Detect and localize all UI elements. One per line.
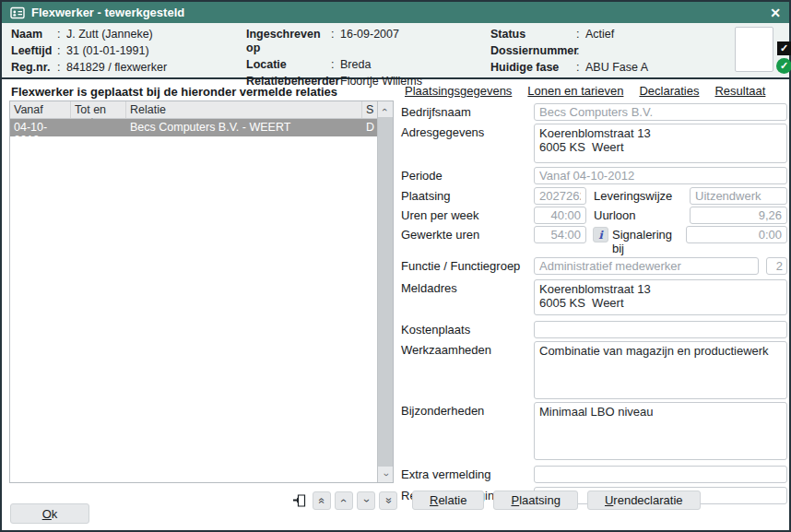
ok-button[interactable]: Ok (10, 503, 89, 524)
column-header-tot-en-met[interactable]: Tot en met (71, 101, 126, 118)
meldadres-field[interactable]: Koerenblomstraat 13 6005 KS Weert (534, 279, 787, 315)
flexwerker-dialog: Flexwerker - tewerkgesteld ✕ Naam:J. Zut… (0, 0, 791, 532)
extra-vermelding-label: Extra vermelding (401, 466, 534, 481)
person-header: Naam:J. Zutt (Janneke) Leeftijd:31 (01-0… (2, 23, 789, 79)
table-body: 04-10-2012 Becs Computers B.V. - WEERT D (10, 119, 377, 482)
bijzonderheden-field[interactable]: Minimaal LBO niveau (534, 402, 787, 460)
placements-caption: Flexwerker is geplaatst bij de hieronder… (11, 85, 337, 99)
close-icon[interactable]: ✕ (770, 6, 781, 19)
info-icon[interactable]: i (593, 227, 608, 242)
plaatsing-field[interactable] (534, 187, 586, 205)
column-header-s[interactable]: S (362, 101, 377, 118)
action-buttons: Relatie Plaatsing Urendeclaratie (412, 491, 701, 510)
header-column-2: Ingeschreven op:16-09-2007 Locatie:Breda… (246, 28, 422, 89)
cell-vanaf: 04-10-2012 (10, 119, 71, 136)
werkzaamheden-label: Werkzaamheden (401, 341, 534, 357)
title-bar: Flexwerker - tewerkgesteld ✕ (2, 2, 789, 23)
cell-status: D (362, 119, 377, 136)
tab-plaatsingsgegevens[interactable]: Plaatsingsgegevens (405, 84, 512, 98)
tab-lonen-en-tarieven[interactable]: Lonen en tarieven (527, 84, 623, 98)
urendeclaratie-button[interactable]: Urendeclaratie (587, 491, 701, 510)
locatie-value: Breda (340, 58, 371, 72)
ingeschreven-value: 16-09-2007 (340, 28, 399, 55)
plaatsing-panel: Plaatsingsgegevens Lonen en tarieven Dec… (401, 81, 787, 507)
uurloon-field[interactable] (690, 207, 787, 224)
field-label: Status (490, 28, 576, 41)
move-top-icon[interactable]: « (313, 491, 331, 510)
insert-record-icon[interactable] (290, 491, 309, 510)
field-label: Dossiernummer (490, 44, 576, 58)
photo-placeholder (735, 27, 773, 72)
uren-per-week-label: Uren per week (401, 207, 534, 222)
header-column-1: Naam:J. Zutt (Janneke) Leeftijd:31 (01-0… (11, 28, 167, 75)
status-value: Actief (585, 28, 614, 41)
field-label: Locatie (246, 58, 331, 72)
scroll-up-icon[interactable]: ‹ (378, 101, 393, 117)
bedrijfsnaam-field[interactable] (534, 103, 787, 121)
uurloon-label: Uurloon (594, 207, 690, 222)
naam-value: J. Zutt (Janneke) (66, 28, 153, 41)
uren-per-week-field[interactable] (534, 207, 586, 224)
signalering-bij-field[interactable] (686, 226, 787, 243)
scroll-down-icon[interactable]: ‹ (378, 467, 393, 482)
relatie-button[interactable]: Relatie (412, 491, 484, 510)
tab-bar: Plaatsingsgegevens Lonen en tarieven Dec… (401, 81, 787, 103)
gewerkte-uren-field[interactable] (534, 226, 586, 243)
leveringswijze-label: Leveringswijze (594, 187, 690, 203)
column-header-vanaf[interactable]: Vanaf (10, 101, 71, 118)
periode-label: Periode (401, 167, 534, 183)
table-header: Vanaf Tot en met Relatie S (10, 101, 377, 119)
werkzaamheden-field[interactable]: Combinatie van magazijn en productiewerk (534, 341, 787, 399)
functie-field[interactable] (534, 257, 759, 275)
cell-tot-en-met (71, 119, 126, 136)
kostenplaats-field[interactable] (534, 321, 787, 338)
periode-field[interactable] (534, 167, 787, 184)
functiegroep-field[interactable] (766, 257, 787, 275)
placements-table: Vanaf Tot en met Relatie S 04-10-2012 Be… (9, 100, 394, 483)
signalering-bij-label: Signalering bij (612, 226, 686, 255)
field-label: Reg.nr. (11, 61, 57, 75)
regnr-value: 841829 / flexwerker (66, 61, 167, 75)
cell-relatie: Becs Computers B.V. - WEERT (126, 119, 362, 136)
plaatsing-button[interactable]: Plaatsing (493, 491, 577, 510)
bedrijfsnaam-label: Bedrijfsnaam (401, 103, 534, 119)
field-label: Naam (11, 28, 57, 41)
plaatsing-label: Plaatsing (401, 187, 534, 203)
kostenplaats-label: Kostenplaats (401, 321, 534, 337)
column-header-relatie[interactable]: Relatie (126, 101, 362, 118)
move-bottom-icon[interactable]: « (379, 491, 397, 510)
meldadres-label: Meldadres (401, 279, 534, 295)
functie-label: Functie / Functiegroep (401, 257, 534, 273)
move-down-icon[interactable]: ‹ (357, 491, 375, 510)
vertical-scrollbar[interactable]: ‹ ‹ (377, 101, 393, 482)
gewerkte-uren-label: Gewerkte uren (401, 226, 534, 242)
leveringswijze-field[interactable] (690, 187, 787, 205)
field-label: Huidige fase (490, 61, 576, 75)
move-up-icon[interactable]: ‹ (335, 491, 353, 510)
huidige-fase-value: ABU Fase A (585, 61, 648, 75)
adresgegevens-field[interactable]: Koerenblomstraat 13 6005 KS Weert (534, 124, 787, 163)
checkbox-checked[interactable]: ✓ (777, 41, 791, 55)
contact-card-icon (10, 6, 25, 19)
status-ok-icon: ✓ (776, 58, 791, 74)
footer-toolbar: « ‹ ‹ « Relatie Plaatsing Urendeclaratie (290, 491, 701, 510)
leeftijd-value: 31 (01-01-1991) (66, 44, 149, 58)
header-column-3: Status:Actief Dossiernummer: Huidige fas… (490, 28, 648, 75)
extra-vermelding-field[interactable] (534, 466, 787, 483)
tab-resultaat[interactable]: Resultaat (714, 84, 765, 98)
field-label: Ingeschreven op (246, 28, 331, 55)
adresgegevens-label: Adresgegevens (401, 124, 534, 139)
table-row[interactable]: 04-10-2012 Becs Computers B.V. - WEERT D (10, 119, 377, 136)
bijzonderheden-label: Bijzonderheden (401, 402, 534, 418)
window-title: Flexwerker - tewerkgesteld (31, 6, 184, 19)
field-label: Leeftijd (11, 44, 57, 58)
tab-declaraties[interactable]: Declaraties (639, 84, 699, 98)
